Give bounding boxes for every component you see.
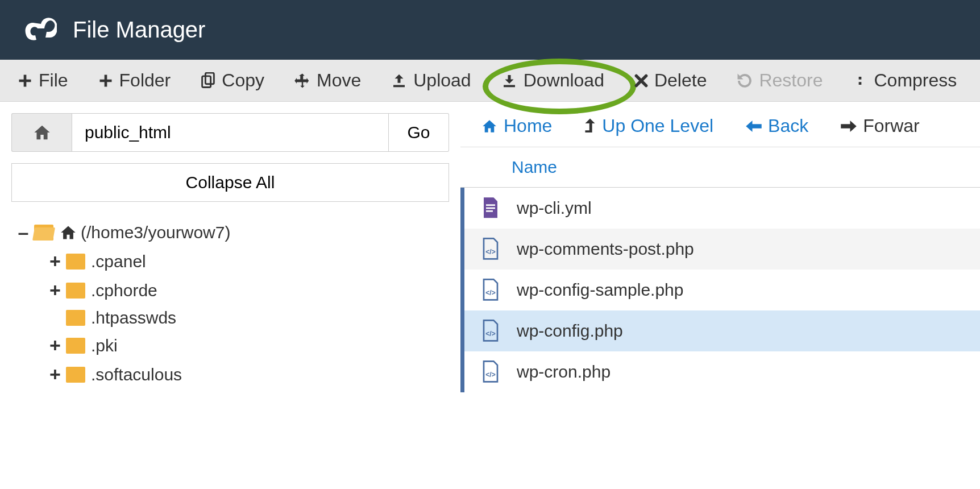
table-row[interactable]: </> wp-comments-post.php xyxy=(460,229,980,270)
svg-rect-5 xyxy=(486,208,495,209)
home-icon xyxy=(32,124,52,141)
svg-text:</>: </> xyxy=(485,248,495,256)
home-icon xyxy=(59,225,77,241)
download-button[interactable]: Download xyxy=(501,70,604,91)
nav-up[interactable]: Up One Level xyxy=(584,115,713,136)
arrow-left-icon xyxy=(745,119,762,133)
nav-back[interactable]: Back xyxy=(745,115,808,136)
tree-item-label: .htpasswds xyxy=(91,308,176,328)
upload-button[interactable]: Upload xyxy=(391,70,471,91)
table-row[interactable]: wp-cli.yml xyxy=(460,188,980,229)
copy-button[interactable]: Copy xyxy=(200,70,264,91)
collapse-all-button[interactable]: Collapse All xyxy=(11,163,449,202)
folder-open-icon xyxy=(34,225,53,241)
tree-item[interactable]: + .cpanel xyxy=(16,247,449,276)
svg-text:</>: </> xyxy=(485,371,495,379)
nav-up-label: Up One Level xyxy=(602,115,713,136)
path-input[interactable] xyxy=(72,113,389,152)
restore-button-label: Restore xyxy=(759,70,823,91)
file-php-icon: </> xyxy=(474,279,508,301)
expand-toggle-icon[interactable]: + xyxy=(48,334,63,357)
folder-icon xyxy=(66,283,85,299)
delete-button-label: Delete xyxy=(654,70,707,91)
expand-toggle-icon[interactable]: + xyxy=(48,279,63,301)
expand-toggle-icon[interactable]: + xyxy=(48,363,63,386)
level-up-icon xyxy=(584,118,596,135)
tree-item[interactable]: .htpasswds xyxy=(16,305,449,331)
tree-item[interactable]: + .cphorde xyxy=(16,276,449,305)
tree-root-label: (/home3/yourwow7) xyxy=(81,223,230,242)
close-icon xyxy=(634,73,649,88)
compress-button[interactable]: Compress xyxy=(852,70,957,91)
file-yml-icon xyxy=(474,197,508,219)
path-bar: Go xyxy=(11,113,449,152)
table-row[interactable]: </> wp-config-sample.php xyxy=(460,270,980,310)
folder-icon xyxy=(66,310,85,326)
nav-back-label: Back xyxy=(768,115,808,136)
move-button-label: Move xyxy=(317,70,361,91)
svg-rect-2 xyxy=(393,85,405,87)
folder-tree: – (/home3/yourwow7) + .cpanel + .cphorde xyxy=(11,218,449,389)
svg-rect-3 xyxy=(504,85,515,87)
tree-item-label: .cpanel xyxy=(91,252,146,271)
compress-icon xyxy=(852,73,868,89)
svg-rect-1 xyxy=(206,73,214,84)
svg-rect-4 xyxy=(486,204,495,206)
file-name: wp-config-sample.php xyxy=(508,280,683,300)
tree-item[interactable]: + .softaculous xyxy=(16,360,449,389)
file-button-label: File xyxy=(39,70,68,91)
svg-rect-0 xyxy=(202,76,211,87)
tree-item-label: .cphorde xyxy=(91,281,157,300)
go-button[interactable]: Go xyxy=(389,113,449,152)
folder-icon xyxy=(66,338,85,354)
collapse-toggle-icon[interactable]: – xyxy=(16,221,31,243)
copy-icon xyxy=(200,72,216,89)
file-table: Name wp-cli.yml </> wp-comments-post.php… xyxy=(460,147,980,392)
upload-button-label: Upload xyxy=(413,70,471,91)
toolbar: File Folder Copy Move Upload Download xyxy=(0,60,980,102)
home-icon xyxy=(481,119,498,134)
nav-forward[interactable]: Forwar xyxy=(840,115,920,136)
folder-icon xyxy=(66,254,85,270)
tree-root[interactable]: – (/home3/yourwow7) xyxy=(16,218,449,247)
nav-home[interactable]: Home xyxy=(481,115,552,136)
delete-button[interactable]: Delete xyxy=(634,70,707,91)
file-name: wp-cron.php xyxy=(508,362,611,382)
file-name: wp-cli.yml xyxy=(508,198,592,218)
home-button[interactable] xyxy=(11,113,72,152)
app-title: File Manager xyxy=(73,17,205,43)
svg-rect-6 xyxy=(486,210,493,212)
app-header: File Manager xyxy=(0,0,980,60)
restore-button[interactable]: Restore xyxy=(736,70,823,91)
expand-toggle-icon[interactable]: + xyxy=(48,250,63,272)
tree-item[interactable]: + .pki xyxy=(16,331,449,360)
main-area: Go Collapse All – (/home3/yourwow7) + .c… xyxy=(0,102,980,444)
column-header-name[interactable]: Name xyxy=(460,147,980,188)
move-icon xyxy=(294,72,311,89)
file-php-icon: </> xyxy=(474,320,508,342)
restore-icon xyxy=(736,72,753,89)
tree-item-label: .softaculous xyxy=(91,365,182,384)
compress-button-label: Compress xyxy=(874,70,957,91)
tree-item-label: .pki xyxy=(91,336,118,355)
move-button[interactable]: Move xyxy=(294,70,361,91)
svg-text:</>: </> xyxy=(485,289,495,297)
folder-icon xyxy=(66,367,85,383)
download-icon xyxy=(501,72,518,89)
folder-button[interactable]: Folder xyxy=(98,70,171,91)
file-name: wp-comments-post.php xyxy=(508,239,694,259)
nav-row: Home Up One Level Back Forwar xyxy=(460,110,980,147)
file-name: wp-config.php xyxy=(508,321,623,341)
svg-text:</>: </> xyxy=(485,330,495,338)
plus-icon xyxy=(98,73,114,89)
file-php-icon: </> xyxy=(474,238,508,260)
table-row[interactable]: </> wp-cron.php xyxy=(460,351,980,392)
sidebar: Go Collapse All – (/home3/yourwow7) + .c… xyxy=(0,102,460,444)
upload-icon xyxy=(391,72,408,89)
file-php-icon: </> xyxy=(474,360,508,383)
file-button[interactable]: File xyxy=(17,70,68,91)
file-panel: Home Up One Level Back Forwar xyxy=(460,102,980,444)
table-row[interactable]: </> wp-config.php xyxy=(460,310,980,351)
nav-forward-label: Forwar xyxy=(863,115,920,136)
download-button-label: Download xyxy=(524,70,604,91)
